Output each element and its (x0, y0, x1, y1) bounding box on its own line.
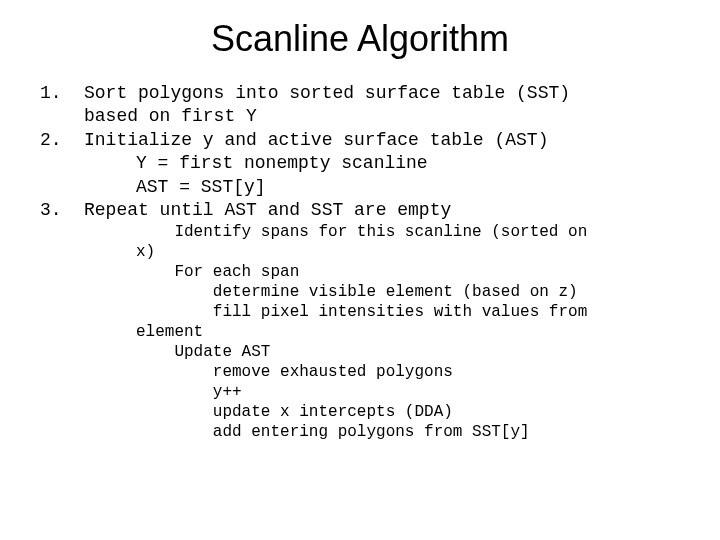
algorithm-steps: 1. Sort polygons into sorted surface tab… (40, 82, 680, 442)
step-2-sub-1: Y = first nonempty scanline (136, 152, 680, 175)
step-number: 1. (40, 82, 84, 129)
step-1: 1. Sort polygons into sorted surface tab… (40, 82, 680, 129)
step-3: 3. Repeat until AST and SST are empty (40, 199, 680, 222)
step-2-sub-2: AST = SST[y] (136, 176, 680, 199)
step-number: 3. (40, 199, 84, 222)
page-title: Scanline Algorithm (40, 18, 680, 60)
step-2: 2. Initialize y and active surface table… (40, 129, 680, 152)
step-number: 2. (40, 129, 84, 152)
slide: Scanline Algorithm 1. Sort polygons into… (0, 0, 720, 540)
step-text: Initialize y and active surface table (A… (84, 129, 680, 152)
step-text: Repeat until AST and SST are empty (84, 199, 680, 222)
step-3-detail: Identify spans for this scanline (sorted… (136, 222, 680, 442)
step-text: Sort polygons into sorted surface table … (84, 82, 680, 129)
